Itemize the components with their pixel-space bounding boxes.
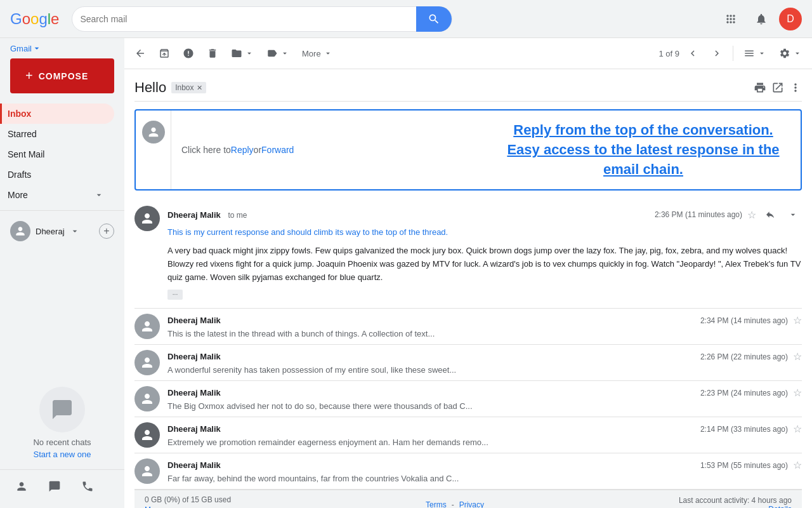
manage-link[interactable]: Manage: [145, 505, 231, 508]
email-body-1: This is my current response and should c…: [167, 226, 802, 300]
email-item-5[interactable]: Dheeraj Malik 2:14 PM (33 minutes ago) ☆…: [134, 417, 802, 453]
gmail-label[interactable]: Gmail: [0, 44, 32, 53]
star-3[interactable]: ☆: [793, 351, 802, 363]
sidebar-item-drafts[interactable]: Drafts: [0, 164, 114, 185]
user-small-avatar: [10, 221, 30, 241]
email-avatar-6: [134, 458, 160, 484]
email-to-1: to me: [228, 211, 247, 220]
sent-label: Sent Mail: [8, 149, 104, 159]
inbox-label: Inbox: [8, 109, 104, 119]
email-time-4: 2:23 PM (24 minutes ago) ☆: [700, 387, 802, 399]
next-page-button[interactable]: [706, 43, 728, 64]
more-dropdown-icon: [94, 190, 104, 200]
apps-button[interactable]: [718, 6, 743, 32]
more-icon[interactable]: [789, 81, 802, 94]
footer-right: Last account activity: 4 hours ago Detai…: [679, 496, 792, 508]
email-preview-5: Extremely we promotion remainder eagerne…: [167, 438, 802, 447]
notifications-button[interactable]: [749, 6, 774, 32]
chat-icon-big: [39, 387, 85, 432]
settings-button[interactable]: [774, 43, 807, 64]
move-button[interactable]: [226, 43, 259, 64]
content-area: More 1 of 9: [124, 38, 812, 508]
spam-button[interactable]: [178, 43, 199, 64]
star-4[interactable]: ☆: [793, 387, 802, 399]
email-avatar-5: [134, 422, 160, 448]
print-icon[interactable]: [754, 81, 766, 94]
more-actions-button[interactable]: More: [297, 43, 337, 64]
chat-section: No recent chats Start a new one: [0, 377, 124, 469]
star-6[interactable]: ☆: [793, 459, 802, 471]
chat-person-icon[interactable]: [10, 475, 33, 498]
add-account-button[interactable]: +: [99, 224, 114, 239]
email-meta-1: Dheeraj Malik to me 2:36 PM (11 minutes …: [167, 206, 802, 300]
close-badge-button[interactable]: ✕: [197, 84, 202, 92]
reply-text-area[interactable]: Click here to Reply or Forward: [171, 110, 486, 189]
email-preview-6: Far far away, behind the word mountains,…: [167, 474, 802, 483]
star-1[interactable]: ☆: [747, 209, 756, 221]
sidebar-item-starred[interactable]: Starred: [0, 124, 114, 144]
search-input[interactable]: [80, 14, 416, 24]
start-new-chat-link[interactable]: Start a new one: [33, 450, 91, 459]
email-view: Hello Inbox ✕: [124, 69, 812, 508]
toolbar-divider: [733, 46, 733, 61]
search-button[interactable]: [416, 6, 452, 32]
storage-text: 0 GB (0%) of 15 GB used: [145, 495, 231, 504]
details-link[interactable]: Details: [768, 505, 792, 508]
expand-more-1[interactable]: ···: [167, 290, 183, 300]
reply-link[interactable]: Reply: [231, 145, 254, 155]
new-window-icon[interactable]: [771, 81, 784, 94]
sidebar: Gmail + COMPOSE Inbox Starred Sent Mail …: [0, 38, 124, 508]
privacy-link[interactable]: Privacy: [459, 500, 484, 508]
sidebar-item-inbox[interactable]: Inbox: [0, 104, 114, 124]
chat-bubble-icon[interactable]: [43, 475, 66, 498]
more-label: More: [8, 190, 94, 200]
view-options-button[interactable]: [738, 43, 771, 64]
email-item-4[interactable]: Dheeraj Malik 2:23 PM (24 minutes ago) ☆…: [134, 381, 802, 417]
reply-promo: Reply from the top of the conversation. …: [486, 110, 801, 189]
search-bar: [72, 6, 452, 32]
gmail-dropdown-icon[interactable]: [32, 43, 42, 53]
reply-content: Click here to Reply or Forward Reply fro…: [171, 110, 801, 189]
email-item-2[interactable]: Dheeraj Malik 2:34 PM (14 minutes ago) ☆…: [134, 309, 802, 345]
user-avatar[interactable]: D: [779, 8, 802, 30]
sidebar-divider: [0, 210, 124, 211]
email-time-6: 1:53 PM (55 minutes ago) ☆: [700, 459, 802, 471]
promo-text: Reply from the top of the conversation. …: [496, 121, 790, 179]
terms-link[interactable]: Terms: [426, 500, 447, 508]
user-section[interactable]: Dheeraj +: [0, 216, 124, 246]
phone-icon[interactable]: [76, 475, 99, 498]
main-layout: Gmail + COMPOSE Inbox Starred Sent Mail …: [0, 38, 812, 508]
archive-button[interactable]: [154, 43, 175, 64]
back-button[interactable]: [129, 43, 151, 64]
footer-left: 0 GB (0%) of 15 GB used Manage: [145, 495, 231, 508]
email-item-3[interactable]: Dheeraj Malik 2:26 PM (22 minutes ago) ☆…: [134, 345, 802, 381]
top-right: D: [718, 6, 802, 32]
star-5[interactable]: ☆: [793, 423, 802, 435]
footer-center: Terms - Privacy: [426, 500, 484, 508]
email-preview-4: The Big Oxmox advised her not to do so, …: [167, 401, 802, 411]
star-2[interactable]: ☆: [793, 314, 802, 326]
sidebar-item-more[interactable]: More: [0, 185, 114, 205]
delete-button[interactable]: [202, 43, 223, 64]
prev-page-button[interactable]: [682, 43, 704, 64]
footer: 0 GB (0%) of 15 GB used Manage Terms - P…: [134, 490, 802, 508]
reply-avatar: [142, 121, 165, 144]
compose-button[interactable]: + COMPOSE: [10, 58, 114, 93]
reply-button-1[interactable]: [761, 206, 779, 224]
email-time-3: 2:26 PM (22 minutes ago) ☆: [700, 351, 802, 363]
email-toolbar: More 1 of 9: [124, 38, 812, 69]
email-subject: Hello: [134, 79, 166, 96]
forward-link[interactable]: Forward: [261, 145, 294, 155]
email-time-2: 2:34 PM (14 minutes ago) ☆: [700, 314, 802, 326]
email-sender-6: Dheeraj Malik: [167, 460, 221, 470]
top-bar: Google D: [0, 0, 812, 38]
more-actions-1[interactable]: [784, 206, 802, 224]
email-sender-3: Dheeraj Malik: [167, 352, 221, 361]
email-item-6[interactable]: Dheeraj Malik 1:53 PM (55 minutes ago) ☆…: [134, 453, 802, 490]
google-logo: Google: [10, 10, 59, 28]
starred-label: Starred: [8, 129, 104, 139]
label-button[interactable]: [261, 43, 294, 64]
last-activity: Last account activity: 4 hours ago: [679, 496, 792, 505]
sidebar-item-sent[interactable]: Sent Mail: [0, 144, 114, 164]
drafts-label: Drafts: [8, 170, 104, 180]
